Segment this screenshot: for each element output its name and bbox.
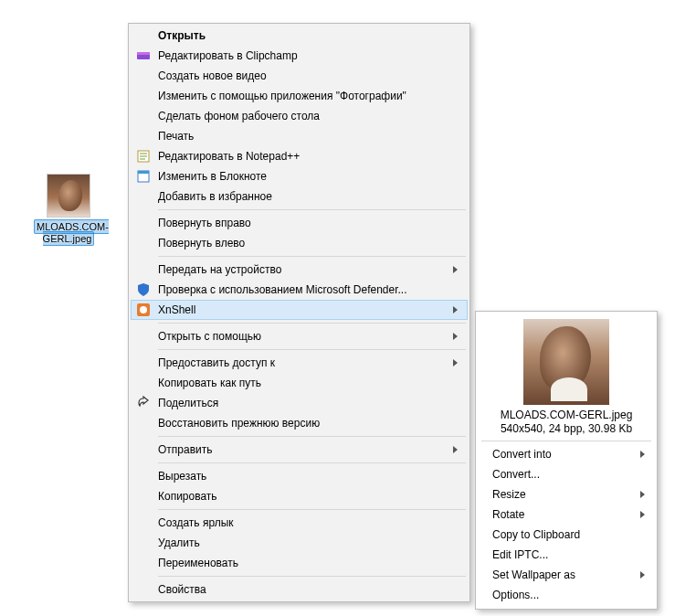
menu-open[interactable]: Открыть (131, 26, 468, 46)
menu-copy-path[interactable]: Копировать как путь (131, 373, 468, 393)
menu-new-video[interactable]: Создать новое видео (131, 66, 468, 86)
chevron-right-icon (640, 571, 646, 579)
preview-metadata: 540x540, 24 bpp, 30.98 Kb (478, 422, 655, 436)
menu-copy[interactable]: Копировать (131, 486, 468, 506)
share-icon (136, 396, 151, 410)
chevron-right-icon (453, 333, 459, 340)
menu-xnshell[interactable]: XnShell (131, 300, 468, 320)
menu-restore-prev[interactable]: Восстановить прежнюю версию (131, 413, 468, 433)
chevron-right-icon (640, 491, 646, 498)
menu-share[interactable]: Поделиться (131, 393, 468, 413)
menu-separator (158, 509, 466, 510)
menu-photos-app[interactable]: Изменить с помощью приложения "Фотографи… (131, 86, 468, 106)
submenu-edit-iptc[interactable]: Edit IPTC... (478, 545, 655, 565)
menu-open-with[interactable]: Открыть с помощью (131, 326, 468, 346)
menu-shortcut[interactable]: Создать ярлык (131, 513, 468, 533)
menu-separator (158, 462, 466, 463)
submenu-set-wallpaper[interactable]: Set Wallpaper as (478, 565, 655, 585)
menu-favorites[interactable]: Добавить в избранное (131, 186, 468, 207)
notepadpp-icon (136, 149, 151, 164)
file-thumbnail (47, 174, 90, 218)
submenu-preview: MLOADS.COM-GERL.jpeg 540x540, 24 bpp, 30… (478, 315, 655, 438)
menu-separator (158, 349, 466, 350)
submenu-resize[interactable]: Resize (478, 484, 655, 504)
menu-cast[interactable]: Передать на устройство (131, 260, 468, 280)
desktop-file[interactable]: MLOADS.COM-GERL.jpeg (34, 174, 103, 245)
menu-separator (158, 436, 466, 437)
xnshell-icon (136, 303, 151, 317)
menu-print[interactable]: Печать (131, 126, 468, 146)
preview-filename: MLOADS.COM-GERL.jpeg (478, 409, 655, 422)
notepad-icon (136, 169, 151, 184)
menu-rotate-cw[interactable]: Повернуть вправо (131, 213, 468, 233)
menu-give-access[interactable]: Предоставить доступ к (131, 353, 468, 373)
menu-rotate-ccw[interactable]: Повернуть влево (131, 233, 468, 253)
submenu-convert-into[interactable]: Convert into (478, 444, 655, 464)
chevron-right-icon (640, 511, 646, 518)
file-label: MLOADS.COM-GERL.jpeg (34, 221, 103, 245)
clipchamp-icon (136, 48, 151, 63)
menu-separator (158, 576, 466, 577)
menu-clipchamp[interactable]: Редактировать в Clipchamp (131, 46, 468, 66)
menu-separator (481, 441, 651, 441)
chevron-right-icon (453, 306, 459, 313)
chevron-right-icon (453, 266, 459, 273)
menu-delete[interactable]: Удалить (131, 533, 468, 553)
menu-rename[interactable]: Переименовать (131, 553, 468, 573)
submenu-copy-clipboard[interactable]: Copy to Clipboard (478, 525, 655, 545)
menu-defender[interactable]: Проверка с использованием Microsoft Defe… (131, 280, 468, 300)
svg-point-6 (140, 306, 147, 313)
xnshell-submenu: MLOADS.COM-GERL.jpeg 540x540, 24 bpp, 30… (475, 311, 658, 610)
preview-thumbnail (523, 319, 609, 405)
menu-separator (158, 209, 466, 210)
shield-icon (136, 282, 151, 297)
menu-properties[interactable]: Свойства (131, 579, 468, 600)
context-menu: Открыть Редактировать в Clipchamp Создат… (128, 23, 470, 602)
menu-separator (158, 323, 466, 324)
menu-separator (158, 256, 466, 257)
svg-rect-1 (137, 52, 150, 55)
chevron-right-icon (640, 451, 646, 458)
submenu-options[interactable]: Options... (478, 585, 655, 605)
menu-notepadpp[interactable]: Редактировать в Notepad++ (131, 146, 468, 166)
chevron-right-icon (453, 446, 459, 453)
chevron-right-icon (453, 359, 459, 366)
menu-wallpaper[interactable]: Сделать фоном рабочего стола (131, 106, 468, 126)
menu-notepad[interactable]: Изменить в Блокноте (131, 166, 468, 186)
submenu-convert[interactable]: Convert... (478, 464, 655, 484)
menu-cut[interactable]: Вырезать (131, 466, 468, 486)
submenu-rotate[interactable]: Rotate (478, 504, 655, 525)
svg-rect-4 (138, 171, 149, 174)
menu-send-to[interactable]: Отправить (131, 440, 468, 460)
